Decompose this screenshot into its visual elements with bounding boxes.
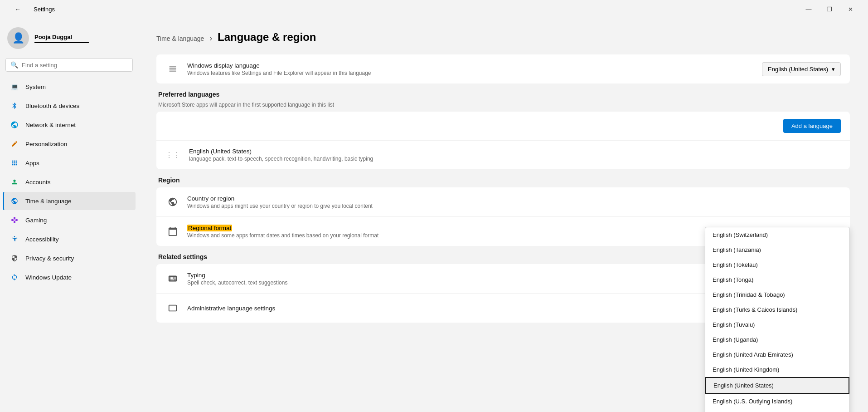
preferred-languages-desc: Microsoft Store apps will appear in the … <box>156 102 850 108</box>
sidebar-item-network[interactable]: Network & internet <box>3 116 136 134</box>
dropdown-list-item[interactable]: English (Tonga) <box>705 272 849 287</box>
sidebar-item-label: Gaming <box>25 217 47 224</box>
sidebar-user[interactable]: 👤 Pooja Duggal <box>0 22 138 56</box>
search-input[interactable] <box>22 62 128 69</box>
privacy-icon <box>10 254 19 263</box>
display-language-control[interactable]: English (United States) ▾ <box>762 62 841 76</box>
display-language-icon <box>165 62 180 76</box>
accessibility-icon <box>10 235 19 244</box>
sidebar-item-bluetooth[interactable]: Bluetooth & devices <box>3 97 136 115</box>
display-language-text: Windows display language Windows feature… <box>187 62 755 76</box>
sidebar-item-label: Accessibility <box>25 236 59 243</box>
english-us-row: ⋮⋮ English (United States) language pack… <box>156 141 850 169</box>
sidebar-item-label: Windows Update <box>25 274 72 281</box>
add-language-control: Add a language <box>783 119 841 133</box>
sidebar-item-label: Privacy & security <box>25 255 74 262</box>
english-us-text: English (United States) language pack, t… <box>189 148 841 162</box>
titlebar-left: ← Settings <box>7 2 55 16</box>
display-language-desc: Windows features like Settings and File … <box>187 70 755 76</box>
dropdown-list-item[interactable]: English (Trinidad & Tobago) <box>705 287 849 302</box>
regional-format-highlight: Regional format <box>187 225 232 231</box>
sidebar-item-accessibility[interactable]: Accessibility <box>3 230 136 248</box>
drag-handle-icon[interactable]: ⋮⋮ <box>165 151 180 159</box>
svg-point-0 <box>14 236 15 237</box>
english-us-title: English (United States) <box>189 148 841 155</box>
dropdown-list-item[interactable]: English (United States) <box>705 377 849 394</box>
english-us-desc: language pack, text-to-speech, speech re… <box>189 156 841 162</box>
sidebar-item-label: Accounts <box>25 179 51 186</box>
sidebar-item-system[interactable]: 💻 System <box>3 78 136 96</box>
sidebar-item-label: Time & language <box>25 198 72 205</box>
sidebar: 👤 Pooja Duggal 🔍 💻 System Bluetooth & de… <box>0 18 138 412</box>
sidebar-item-apps[interactable]: Apps <box>3 154 136 172</box>
search-box[interactable]: 🔍 <box>5 58 133 72</box>
system-icon: 💻 <box>10 82 19 91</box>
typing-icon <box>165 271 180 286</box>
breadcrumb-separator: › <box>209 34 212 43</box>
titlebar: ← Settings — ❐ ✕ <box>0 0 868 18</box>
sidebar-item-gaming[interactable]: Gaming <box>3 211 136 229</box>
titlebar-controls: — ❐ ✕ <box>798 2 861 16</box>
language-dropdown-overlay: English (Switzerland)English (Tanzania)E… <box>705 227 850 412</box>
breadcrumb: Time & language › Language & region <box>156 31 850 44</box>
time-icon <box>10 196 19 206</box>
apps-icon <box>10 158 19 167</box>
sidebar-user-info: Pooja Duggal <box>34 34 89 43</box>
preferred-languages-section-label: Preferred languages <box>156 91 850 98</box>
sidebar-item-time[interactable]: Time & language <box>3 192 136 210</box>
regional-format-icon <box>165 224 180 239</box>
dropdown-list-item[interactable]: English (Tuvalu) <box>705 317 849 332</box>
dropdown-list-item[interactable]: English (United Kingdom) <box>705 362 849 377</box>
close-button[interactable]: ✕ <box>840 2 861 16</box>
sidebar-item-label: System <box>25 83 46 90</box>
sidebar-item-update[interactable]: Windows Update <box>3 268 136 286</box>
country-desc: Windows and apps might use your country … <box>187 203 841 209</box>
network-icon <box>10 120 19 129</box>
username-bar <box>34 42 89 43</box>
titlebar-title: Settings <box>34 6 55 13</box>
update-icon <box>10 273 19 282</box>
personalization-icon <box>10 139 19 148</box>
add-language-button[interactable]: Add a language <box>783 119 841 133</box>
search-icon: 🔍 <box>10 61 18 69</box>
avatar: 👤 <box>7 27 29 49</box>
display-language-row: Windows display language Windows feature… <box>156 54 850 83</box>
dropdown-list-item[interactable]: English (Tanzania) <box>705 242 849 257</box>
country-icon <box>165 195 180 209</box>
country-row[interactable]: Country or region Windows and apps might… <box>156 187 850 217</box>
preferred-languages-card: Add a language ⋮⋮ English (United States… <box>156 112 850 169</box>
dropdown-list-item[interactable]: English (Switzerland) <box>705 227 849 242</box>
breadcrumb-parent[interactable]: Time & language <box>156 35 204 42</box>
display-language-dropdown[interactable]: English (United States) ▾ <box>762 62 841 76</box>
region-section-label: Region <box>156 177 850 184</box>
sidebar-item-privacy[interactable]: Privacy & security <box>3 249 136 267</box>
dropdown-list-item[interactable]: English (U.S. Outlying Islands) <box>705 394 849 409</box>
preferred-languages-header-row: Add a language <box>156 112 850 141</box>
dropdown-list-item[interactable]: English (United Arab Emirates) <box>705 347 849 362</box>
admin-lang-icon <box>165 301 180 315</box>
restore-button[interactable]: ❐ <box>819 2 840 16</box>
accounts-icon <box>10 177 19 186</box>
sidebar-item-personalization[interactable]: Personalization <box>3 135 136 153</box>
sidebar-item-label: Personalization <box>25 141 67 147</box>
country-title: Country or region <box>187 195 841 202</box>
dropdown-list-item[interactable]: English (Turks & Caicos Islands) <box>705 302 849 317</box>
username-label: Pooja Duggal <box>34 34 89 40</box>
display-language-card: Windows display language Windows feature… <box>156 54 850 83</box>
bluetooth-icon <box>10 101 19 110</box>
dropdown-list-item[interactable]: English (Uganda) <box>705 332 849 347</box>
sidebar-item-label: Network & internet <box>25 122 76 128</box>
country-text: Country or region Windows and apps might… <box>187 195 841 209</box>
display-language-title: Windows display language <box>187 62 755 69</box>
back-button[interactable]: ← <box>7 2 28 16</box>
dropdown-list-item[interactable]: English (Tokelau) <box>705 257 849 272</box>
app-body: 👤 Pooja Duggal 🔍 💻 System Bluetooth & de… <box>0 18 868 412</box>
sidebar-item-label: Bluetooth & devices <box>25 103 79 109</box>
minimize-button[interactable]: — <box>798 2 819 16</box>
gaming-icon <box>10 216 19 225</box>
dropdown-arrow-icon: ▾ <box>832 66 835 73</box>
dropdown-list-item[interactable]: English (U.S. Virgin Islands) <box>705 409 849 412</box>
main-content: Time & language › Language & region Wind… <box>138 18 868 412</box>
sidebar-item-label: Apps <box>25 160 39 167</box>
sidebar-item-accounts[interactable]: Accounts <box>3 173 136 191</box>
